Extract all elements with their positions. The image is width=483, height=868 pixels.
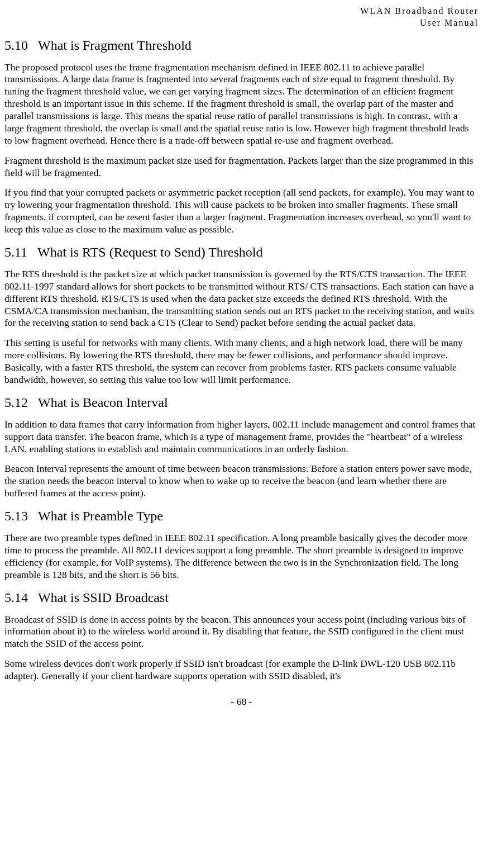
section-5-11-heading: 5.11What is RTS (Request to Send) Thresh…	[4, 244, 479, 260]
body-paragraph: Fragment threshold is the maximum packet…	[4, 155, 479, 179]
body-paragraph: In addition to data frames that carry in…	[4, 419, 479, 456]
section-5-10-heading: 5.10What is Fragment Threshold	[4, 37, 479, 54]
section-title: What is RTS (Request to Send) Threshold	[37, 245, 262, 259]
body-paragraph: The RTS threshold is the packet size at …	[4, 268, 479, 329]
section-number: 5.11	[4, 244, 27, 260]
body-paragraph: Some wireless devices don't work properl…	[4, 658, 479, 682]
header-line-2: User Manual	[420, 18, 479, 27]
header-line-1: WLAN Broadband Router	[360, 6, 479, 16]
section-number: 5.13	[4, 507, 28, 524]
body-paragraph: The proposed protocol uses the frame fra…	[4, 61, 479, 147]
page-header: WLAN Broadband Router User Manual	[4, 6, 479, 29]
body-paragraph: Broadcast of SSID is done in access poin…	[4, 614, 479, 651]
section-5-14-heading: 5.14What is SSID Broadcast	[4, 589, 479, 606]
section-number: 5.14	[4, 589, 28, 606]
section-title: What is SSID Broadcast	[38, 590, 169, 605]
body-paragraph: There are two preamble types defined in …	[4, 532, 479, 581]
section-number: 5.10	[4, 37, 28, 54]
body-paragraph: Beacon Interval represents the amount of…	[4, 463, 479, 500]
section-5-13-heading: 5.13What is Preamble Type	[4, 507, 479, 524]
section-title: What is Fragment Threshold	[38, 38, 192, 53]
section-title: What is Preamble Type	[38, 509, 163, 523]
body-paragraph: If you find that your corrupted packets …	[4, 187, 479, 236]
page-footer: - 68 -	[4, 696, 479, 708]
section-title: What is Beacon Interval	[38, 395, 168, 410]
page-number: - 68 -	[231, 696, 252, 707]
section-number: 5.12	[4, 394, 28, 411]
body-paragraph: This setting is useful for networks with…	[4, 337, 479, 386]
section-5-12-heading: 5.12What is Beacon Interval	[4, 394, 479, 411]
